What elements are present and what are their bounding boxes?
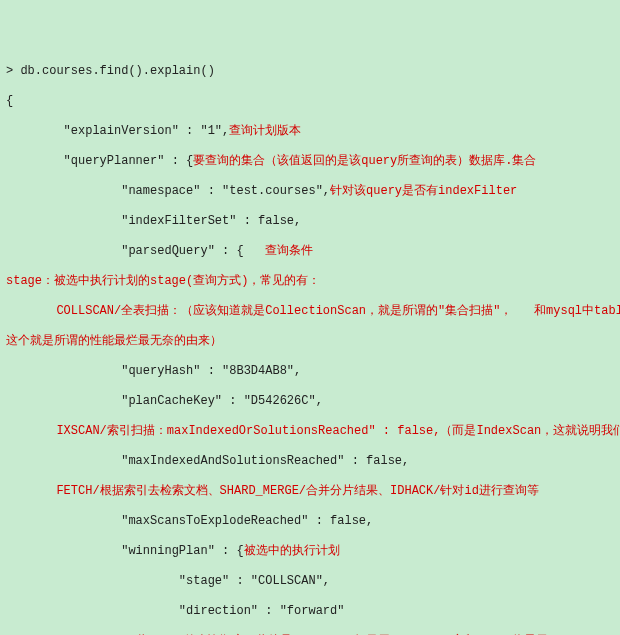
stage-intro: stage：被选中执行计划的stage(查询方式)，常见的有：	[6, 274, 614, 289]
kv: "queryHash" : "8B3D4AB8",	[121, 364, 301, 378]
kv: "direction" : "forward"	[179, 604, 345, 618]
kv: "stage" : "COLLSCAN",	[179, 574, 330, 588]
kv: "indexFilterSet" : false,	[121, 214, 301, 228]
note-winningPlan: 被选中的执行计划	[244, 544, 340, 558]
maxScans-line: "maxScansToExplodeReached" : false,	[6, 514, 614, 529]
kv: "winningPlan" : {	[121, 544, 243, 558]
note-explainVersion: 查询计划版本	[229, 124, 301, 138]
note-parsedQuery: 查询条件	[265, 244, 313, 258]
queryHash-line: "queryHash" : "8B3D4AB8",	[6, 364, 614, 379]
stage-note2: 这个就是所谓的性能最烂最无奈的由来）	[6, 334, 614, 349]
indexFilterSet-line: "indexFilterSet" : false,	[6, 214, 614, 229]
command-line: > db.courses.find().explain()	[6, 64, 614, 79]
note-namespace: 针对该query是否有indexFilter	[330, 184, 517, 198]
stage-line: "stage" : "COLLSCAN",	[6, 574, 614, 589]
kv: "parsedQuery" : {	[121, 244, 243, 258]
queryPlanner-line: "queryPlanner" : {要查询的集合（该值返回的是该query所查询…	[6, 154, 614, 169]
kv: "maxIndexedAndSolutionsReached" : false,	[121, 454, 409, 468]
stage-collscan-note: COLLSCAN/全表扫描：（应该知道就是CollectionScan，就是所谓…	[6, 304, 614, 319]
ixscan-tail: （而是IndexScan，这就说明我们用已经命中索引了	[440, 424, 620, 438]
kv: "planCacheKey" : "D542626C",	[121, 394, 323, 408]
kv: "namespace" : "test.courses",	[121, 184, 330, 198]
namespace-line: "namespace" : "test.courses",针对该query是否有…	[6, 184, 614, 199]
explainVersion-line: "explainVersion" : "1",查询计划版本	[6, 124, 614, 139]
ixscan-line: IXSCAN/索引扫描：maxIndexedOrSolutionsReached…	[6, 424, 614, 439]
winningPlan-line: "winningPlan" : {被选中的执行计划	[6, 544, 614, 559]
kv: "queryPlanner" : {	[64, 154, 194, 168]
ixscan-red: IXSCAN/索引扫描：maxIndexedOrSolutionsReached…	[6, 424, 440, 438]
note-queryPlanner: 要查询的集合（该值返回的是该query所查询的表）数据库.集合	[193, 154, 536, 168]
kv: "maxScansToExplodeReached" : false,	[121, 514, 373, 528]
fetch-note: FETCH/根据索引去检索文档、SHARD_MERGE/合并分片结果、IDHAC…	[6, 484, 614, 499]
fetch-line: "maxIndexedAndSolutionsReached" : false,	[6, 454, 614, 469]
kv: "explainVersion" : "1",	[64, 124, 230, 138]
planCacheKey-line: "planCacheKey" : "D542626C",	[6, 394, 614, 409]
parsedQuery-line: "parsedQuery" : { 查询条件	[6, 244, 614, 259]
direction-line: "direction" : "forward"	[6, 604, 614, 619]
brace: {	[6, 94, 614, 109]
